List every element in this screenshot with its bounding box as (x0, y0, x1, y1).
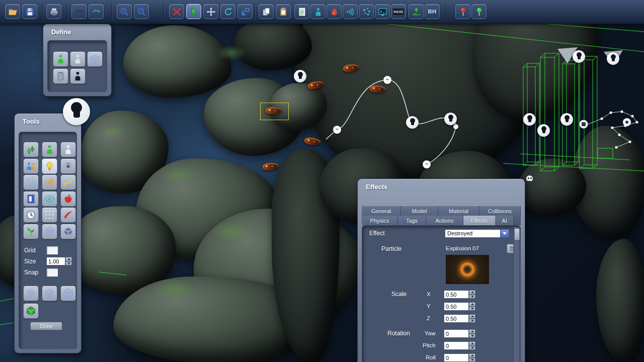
stepper-down-icon[interactable] (65, 261, 72, 266)
stepper-down-icon[interactable] (469, 346, 475, 350)
ship-object[interactable] (263, 162, 279, 170)
light-marker[interactable] (523, 113, 536, 126)
rotation-roll-stepper[interactable] (469, 353, 475, 362)
done-button[interactable]: Done (30, 322, 62, 330)
move-tool-button[interactable] (203, 4, 218, 19)
zoom-in-button[interactable] (117, 4, 132, 19)
rotation-yaw-input[interactable] (444, 329, 469, 338)
undo-button[interactable] (71, 4, 87, 19)
dropdown-arrow-icon[interactable] (500, 230, 509, 237)
tool-cube-slope-button[interactable] (60, 224, 76, 239)
tool-camera-group-button[interactable] (60, 158, 76, 174)
stepper-down-icon[interactable] (469, 358, 475, 362)
scale-x-input[interactable] (444, 290, 469, 299)
stepper-up-icon[interactable] (65, 257, 72, 261)
light-marker[interactable] (294, 70, 306, 82)
character-button[interactable] (310, 4, 326, 19)
tool-plant-button[interactable] (23, 224, 39, 239)
rotate-tool-button[interactable] (220, 4, 235, 19)
rotation-yaw-stepper[interactable] (469, 329, 475, 338)
tool-trees-button[interactable] (23, 142, 39, 157)
tool-person-white-button[interactable] (60, 142, 76, 157)
stepper-down-icon[interactable] (469, 295, 475, 299)
tab-model[interactable]: Model (401, 206, 438, 216)
tool-people-pair-button[interactable] (23, 158, 39, 174)
light-marker[interactable] (573, 50, 585, 63)
define-cube-button[interactable] (87, 51, 103, 67)
tab-tags[interactable]: Tags (398, 216, 426, 225)
scale-y-stepper[interactable] (469, 302, 475, 311)
tool-particles-button[interactable] (23, 174, 39, 190)
define-armor-button[interactable] (53, 68, 68, 84)
light-marker[interactable] (537, 124, 550, 137)
effect-dropdown[interactable]: Destroyed (445, 229, 509, 238)
tool-brush-button[interactable] (60, 207, 76, 223)
waypoint-node[interactable]: ~ (423, 160, 431, 168)
rotation-pitch-input[interactable] (444, 341, 469, 350)
size-input[interactable] (46, 257, 65, 265)
tool-grid-dots-button[interactable] (42, 207, 57, 223)
define-person-gray-button[interactable] (70, 51, 86, 67)
particles-button[interactable] (359, 4, 374, 19)
tool-sound-button[interactable] (42, 174, 57, 190)
tool-clock-button[interactable] (23, 207, 39, 223)
paste-button[interactable] (276, 4, 291, 19)
hud-button[interactable]: HUD (391, 4, 406, 19)
stepper-down-icon[interactable] (469, 334, 475, 338)
cube-wire-small-button[interactable] (23, 286, 39, 301)
scale-y-input[interactable] (444, 302, 469, 311)
scale-z-stepper[interactable] (469, 314, 475, 323)
rotation-pitch-stepper[interactable] (469, 341, 475, 350)
tool-panel-button[interactable] (23, 191, 39, 207)
skull-marker[interactable] (526, 175, 533, 181)
cube-green-button[interactable] (23, 303, 39, 319)
tab-material[interactable]: Material (438, 206, 479, 216)
open-file-button[interactable] (5, 4, 20, 19)
zoom-out-button[interactable] (134, 4, 149, 19)
tool-person-green-button[interactable] (42, 142, 57, 157)
effects-scrollbar[interactable] (513, 227, 520, 362)
tab-ai[interactable]: AI (496, 216, 514, 225)
stepper-down-icon[interactable] (469, 319, 475, 323)
select-tool-button[interactable] (186, 4, 201, 19)
sound-button[interactable] (343, 4, 358, 19)
cube-wire-medium-button[interactable] (42, 286, 57, 301)
waypoint-node[interactable]: ~ (333, 126, 341, 134)
light-marker[interactable] (560, 113, 573, 126)
green-marker-button[interactable] (471, 4, 487, 19)
stepper-down-icon[interactable] (469, 307, 475, 311)
tool-apple-button[interactable] (60, 191, 76, 207)
tool-path-button[interactable] (60, 174, 76, 190)
scale-z-input[interactable] (444, 314, 469, 323)
scale-x-stepper[interactable] (469, 290, 475, 299)
stepper-up-icon[interactable] (469, 341, 475, 346)
scrollbar-thumb[interactable] (514, 228, 520, 240)
light-marker[interactable] (406, 116, 419, 129)
size-stepper[interactable] (65, 257, 72, 265)
tab-physics[interactable]: Physics (362, 216, 398, 225)
snap-checkbox[interactable] (46, 268, 58, 277)
tab-effects[interactable]: Effects (463, 216, 496, 225)
rotation-roll-input[interactable] (444, 353, 469, 362)
tab-general[interactable]: General (362, 206, 401, 216)
behavior-button[interactable]: BH (425, 4, 440, 19)
light-marker[interactable] (607, 52, 619, 65)
cube-wire-large-button[interactable] (60, 286, 76, 301)
tab-actions[interactable]: Actions (426, 216, 463, 225)
particle-preview[interactable] (446, 255, 489, 284)
terrain-raise-button[interactable] (409, 4, 424, 19)
stepper-up-icon[interactable] (469, 329, 475, 334)
define-person-green-button[interactable] (53, 51, 68, 67)
tab-collisions[interactable]: Collisions (479, 206, 521, 216)
tool-light-button[interactable] (42, 158, 57, 174)
tool-eye-button[interactable] (42, 191, 57, 207)
stepper-up-icon[interactable] (469, 302, 475, 307)
stepper-up-icon[interactable] (469, 314, 475, 319)
console-button[interactable] (375, 4, 390, 19)
publish-button[interactable] (46, 4, 61, 19)
tool-cube-button[interactable] (42, 224, 57, 239)
define-figure-button[interactable] (70, 68, 86, 84)
copy-button[interactable] (259, 4, 274, 19)
grid-checkbox[interactable] (46, 246, 58, 255)
save-button[interactable] (22, 4, 37, 19)
